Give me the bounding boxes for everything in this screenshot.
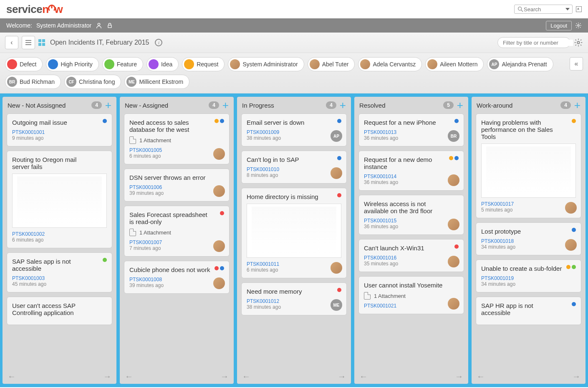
person-pill[interactable]: Aileen Mottern — [425, 57, 484, 71]
add-card-button[interactable]: + — [574, 101, 580, 109]
lane-next-icon[interactable]: → — [338, 372, 346, 381]
lane-footer: ← → — [3, 369, 116, 384]
gear-icon[interactable] — [575, 22, 582, 29]
info-icon[interactable]: i — [155, 39, 162, 46]
board-view-button[interactable] — [38, 39, 45, 46]
card[interactable]: Can't log in to SAPPTSK00010108 minutes … — [241, 151, 347, 184]
lane-prev-icon[interactable]: ← — [125, 372, 133, 381]
card-dots — [103, 258, 107, 262]
tag-pill[interactable]: High Priority — [46, 57, 98, 71]
card[interactable]: Can't launch X-Win31PTSK000101635 minute… — [358, 239, 464, 272]
collapse-filters-button[interactable]: « — [570, 57, 583, 71]
avatar-photo — [427, 59, 437, 69]
board-gear-icon[interactable] — [574, 38, 583, 47]
card[interactable]: Unable to create a sub-folderPTSK0001019… — [476, 260, 581, 292]
person-pill[interactable]: BRBud Richman — [5, 75, 61, 89]
lane-header: New - Assigned 4 + — [120, 97, 234, 113]
person-pill[interactable]: Abel Tuter — [308, 57, 355, 71]
list-view-button[interactable] — [22, 36, 35, 49]
card[interactable]: SAP HR app is not accessible — [476, 297, 581, 325]
person-pill[interactable]: Adela Cervantsz — [358, 57, 422, 71]
card-dots — [337, 193, 341, 197]
card-title: SAP Sales app is not accessible — [12, 258, 107, 272]
card[interactable]: Need access to sales database for the we… — [124, 113, 230, 164]
card[interactable]: Email server is downPTSK000100938 minute… — [241, 113, 347, 146]
logo: servicenw — [6, 3, 63, 16]
lane-prev-icon[interactable]: ← — [359, 372, 368, 381]
card[interactable]: Having problems with performance on the … — [476, 113, 581, 218]
person-pill[interactable]: System Administrator — [228, 57, 304, 71]
card-avatar — [213, 240, 225, 252]
card-id: PTSK0001019 — [481, 275, 576, 281]
card[interactable]: Request for a new demo instancePTSK00010… — [358, 151, 464, 191]
card[interactable]: Routing to Oregon mail server failsPTSK0… — [7, 151, 112, 248]
card[interactable]: User cannot install Yosemite1 Attachment… — [358, 276, 464, 314]
card-title: Need access to sales database for the we… — [129, 119, 224, 133]
person-pill[interactable]: MEMillicent Ekstrom — [124, 75, 189, 89]
search-dropdown-icon[interactable] — [565, 8, 570, 10]
card[interactable]: Outgoing mail issuePTSK00010019 minutes … — [7, 113, 112, 146]
card[interactable]: Request for a new iPhonePTSK000101336 mi… — [358, 113, 464, 146]
card-id: PTSK0001009 — [247, 129, 341, 135]
svg-point-2 — [98, 23, 100, 25]
lane-next-icon[interactable]: → — [572, 372, 580, 381]
lock-icon[interactable] — [106, 22, 113, 29]
person-pill[interactable]: APAlejandra Prenatt — [487, 57, 553, 71]
power-icon — [48, 5, 56, 12]
lane-prev-icon[interactable]: ← — [8, 372, 16, 381]
add-card-button[interactable]: + — [457, 101, 463, 109]
board: New - Not Assisgned 4 + Outgoing mail is… — [0, 93, 588, 387]
top-bar: servicenw — [0, 0, 588, 18]
tag-pill[interactable]: Feature — [102, 57, 143, 71]
card-title: DSN server throws an error — [129, 174, 224, 181]
lane-next-icon[interactable]: → — [103, 372, 111, 381]
card[interactable]: Cubicle phone does not workPTSK000100839… — [124, 261, 230, 294]
card[interactable]: Wireless access is not available on the … — [358, 195, 464, 235]
lane-body: Having problems with performance on the … — [472, 113, 585, 369]
card[interactable]: User can't access SAP Controlling applic… — [7, 297, 112, 325]
user-bar: Welcome: System Administrator Logout — [0, 18, 588, 33]
card[interactable]: Need more memoryPTSK000101238 minutes ag… — [241, 282, 347, 315]
tag-pill[interactable]: Idea — [146, 57, 179, 71]
back-button[interactable]: ‹ — [5, 36, 18, 49]
svg-point-7 — [577, 41, 580, 44]
tag-pill[interactable]: Request — [182, 57, 225, 71]
add-card-button[interactable]: + — [222, 101, 229, 109]
add-card-button[interactable]: + — [340, 101, 346, 109]
person-pill[interactable]: CFChristina fong — [64, 75, 121, 89]
card-dots — [337, 156, 341, 160]
card-title: Home directory is missing — [247, 193, 341, 200]
tag-dot — [337, 156, 341, 160]
board-toolbar: ‹ Open Incidents IT, February 2015 i — [0, 33, 588, 53]
card[interactable]: Home directory is missingPTSK00010116 mi… — [241, 188, 347, 278]
lane-next-icon[interactable]: → — [220, 372, 229, 381]
card[interactable]: Lost prototypePTSK000101834 minutes ago — [476, 222, 581, 255]
svg-rect-3 — [108, 25, 111, 28]
card-avatar — [331, 167, 342, 179]
card-thumbnail — [481, 144, 576, 198]
filter-box[interactable] — [497, 37, 570, 48]
card[interactable]: DSN server throws an errorPTSK000100639 … — [124, 169, 230, 202]
card[interactable]: SAP Sales app is not accessiblePTSK00010… — [7, 252, 112, 292]
card-dots — [337, 288, 341, 292]
card-id: PTSK0001010 — [247, 166, 341, 172]
card-time: 38 minutes ago — [247, 304, 341, 310]
svg-point-4 — [578, 25, 579, 26]
card[interactable]: Sales Forecast spreadsheet is read-only1… — [124, 206, 230, 257]
attachment-icon — [364, 292, 371, 300]
tag-pill[interactable]: Defect — [5, 57, 43, 71]
card-title: User can't access SAP Controlling applic… — [12, 302, 107, 316]
lane-footer: ← → — [120, 369, 234, 384]
lane-prev-icon[interactable]: ← — [477, 372, 485, 381]
expand-icon[interactable] — [576, 6, 582, 12]
lane-prev-icon[interactable]: ← — [242, 372, 250, 381]
user-icon[interactable] — [96, 22, 102, 29]
logout-button[interactable]: Logout — [546, 21, 572, 30]
add-card-button[interactable]: + — [105, 101, 111, 109]
card-avatar — [448, 298, 459, 310]
lane-next-icon[interactable]: → — [455, 372, 463, 381]
global-search[interactable] — [514, 5, 573, 14]
search-input[interactable] — [524, 6, 565, 13]
filter-input[interactable] — [503, 40, 573, 46]
tag-label: Feature — [117, 61, 137, 68]
